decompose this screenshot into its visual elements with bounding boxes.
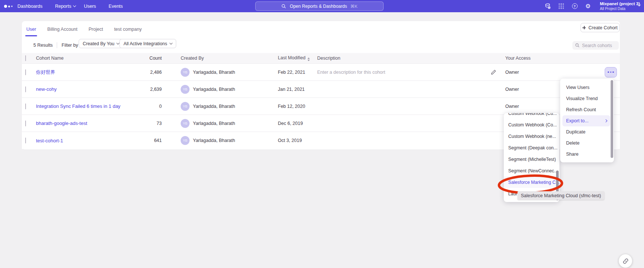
context-menu-item[interactable]: Refresh Count [562,104,610,115]
context-menu-item-label: Duplicate [566,129,585,135]
description-placeholder[interactable]: Enter a description for this cohort [317,70,482,75]
nav-icon-group: ? ⚙ [545,0,591,12]
cohort-tabs: User Billing Account Project test compan… [25,21,143,37]
tab-label: Billing Account [47,27,77,32]
link-icon [622,258,629,264]
copy-link-button[interactable] [619,254,632,268]
export-submenu-item-label: Custom Webhook (ne... [508,134,556,139]
cohort-name-link[interactable]: new-cohy [36,86,57,92]
nav-link-label: Users [84,4,96,9]
cohort-count: 0 [132,104,162,109]
select-all-checkbox[interactable] [25,55,26,61]
created-by-filter-dropdown[interactable]: Created By You [79,39,123,48]
nav-link[interactable]: Reports [55,4,76,9]
export-submenu-item[interactable]: Segment (Deepak con... [504,142,559,153]
row-checkbox[interactable] [25,138,26,143]
sort-icon [308,57,310,61]
row-checkbox[interactable] [25,69,26,75]
results-count: 5 Results [33,43,53,48]
export-submenu-item[interactable]: Custom Webhook (Co... [504,119,559,130]
context-menu-item-label: Share [566,152,578,157]
context-menu-item[interactable]: Duplicate [562,126,610,138]
tab-label: User [26,27,36,32]
tooltip-text: Salesforce Marketing Cloud (sfmc-test) [521,193,601,198]
create-cohort-label: Create Cohort [588,25,618,30]
table-header: Cohort Name Count Created By Last Modifi… [22,53,620,64]
export-submenu-item[interactable]: Salesforce Marketing C... [504,176,559,188]
header-count: Count [132,56,162,61]
export-submenu-item-label: Custom Webhook (Cu... [508,113,557,116]
tab[interactable]: Project [88,21,104,37]
author-name: Yarlagadda, Bharath [193,87,235,92]
author-name: Yarlagadda, Bharath [193,104,235,109]
export-submenu-item[interactable]: Custom Webhook (Cu... [504,113,559,119]
context-menu-item-label: Export to... [566,118,588,123]
search-icon [281,4,286,9]
cohort-count: 2,639 [132,87,162,92]
export-submenu-item[interactable]: Segment (NewConnec... [504,165,559,176]
cohort-name-link[interactable]: bharath-google-ads-test [36,120,87,126]
header-last-modified[interactable]: Last Modified [278,55,317,61]
search-icon [575,43,580,48]
row-checkbox[interactable] [25,86,26,92]
created-by-filter-label: Created By You [83,41,114,46]
context-menu-item[interactable]: View Users [562,82,610,93]
avatar: YB [181,102,190,111]
nav-link[interactable]: Users [84,4,101,9]
cohort-count: 2,486 [132,70,162,75]
cohort-count: 641 [132,138,162,143]
avatar: YB [181,85,190,94]
toolbar-divider [57,42,57,48]
context-menu-scrollbar[interactable] [611,80,613,158]
nav-link[interactable]: Dashboards [17,4,47,9]
edit-pencil-icon[interactable] [491,69,496,75]
tab[interactable]: Billing Account [46,21,78,37]
export-submenu-item-label: Segment (NewConnec... [508,168,558,173]
avatar: YB [181,68,190,77]
cohort-name-link[interactable]: Integration Sync Failed 6 times in 1 day [36,103,121,109]
header-created-by: Created By [181,56,278,61]
context-menu-item[interactable]: Delete [562,138,610,149]
data-management-icon[interactable] [545,3,551,10]
author-name: Yarlagadda, Bharath [193,121,235,126]
context-menu-item-label: Delete [566,140,579,146]
export-submenu-item-label: Segment (MichelleTest) [508,157,556,162]
help-icon[interactable]: ? [571,3,578,10]
global-search-button[interactable]: Open Reports & Dashboards ⌘K [255,1,384,11]
context-menu-item[interactable]: Export to... [562,115,610,126]
apps-grid-icon[interactable] [558,3,565,10]
integrations-filter-dropdown[interactable]: All Active Integrations [119,39,176,48]
nav-link[interactable]: Events [109,4,127,9]
mixpanel-logo-icon[interactable] [4,5,13,8]
author-name: Yarlagadda, Bharath [193,138,235,143]
tab[interactable]: User [25,21,37,37]
row-actions-button[interactable] [605,67,617,77]
tab-label: test company [114,27,142,32]
avatar: YB [181,119,190,128]
submenu-arrow-icon [604,119,607,122]
filter-by-label: Filter by [62,43,78,48]
project-switcher[interactable]: Mixpanel (project 3) All Project Data [600,1,640,11]
author-name: Yarlagadda, Bharath [193,70,235,75]
tab[interactable]: test company [113,21,143,37]
nav-links: Dashboards Reports Users Events [17,0,127,12]
nav-link-label: Reports [55,4,71,9]
integrations-filter-label: All Active Integrations [124,41,167,46]
settings-gear-icon[interactable]: ⚙ [585,3,591,10]
export-submenu-item[interactable]: Segment (MichelleTest) [504,153,559,165]
cohort-name-link[interactable]: test-cohort-1 [36,138,63,143]
avatar: YB [181,136,190,145]
context-menu-item[interactable]: Visualize Trend [562,93,610,104]
table-row: new-cohy 2,639 YB Yarlagadda, Bharath Ja… [22,81,620,98]
context-menu-item-label: View Users [566,85,589,90]
export-submenu-item-label: Custom Webhook (Co... [508,122,557,128]
create-cohort-button[interactable]: Create Cohort [581,23,620,32]
cohort-name-link[interactable]: 你好世界 [36,69,55,75]
last-modified-date: Jan 21, 2021 [278,87,317,92]
search-cohorts-input[interactable] [582,43,616,48]
context-menu-item[interactable]: Share [562,149,610,160]
chevron-down-icon [169,42,172,44]
row-checkbox[interactable] [25,120,26,126]
row-checkbox[interactable] [25,103,26,109]
export-submenu-item[interactable]: Custom Webhook (ne... [504,130,559,142]
